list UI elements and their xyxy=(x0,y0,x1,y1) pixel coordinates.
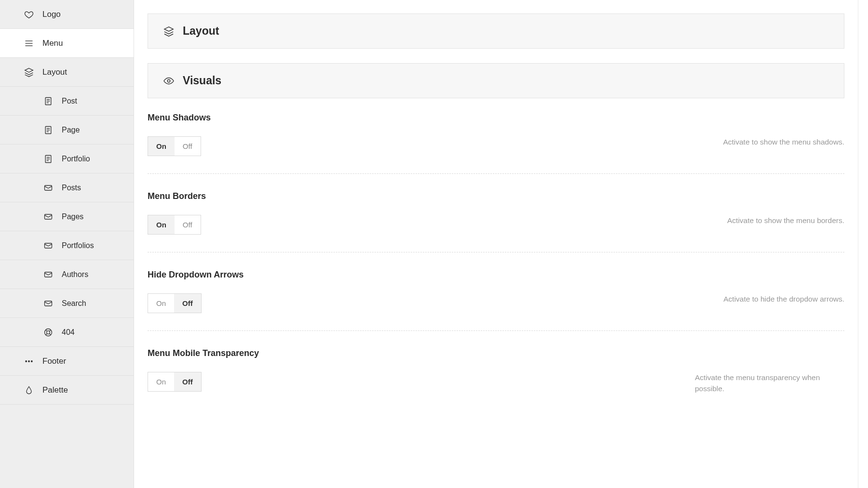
toggle-off-button[interactable]: Off xyxy=(175,137,201,156)
sidebar-item-authors[interactable]: Authors xyxy=(0,260,134,289)
sidebar-item-label: 404 xyxy=(62,328,75,337)
setting-title: Menu Borders xyxy=(148,191,844,201)
sidebar-item-label: Palette xyxy=(42,385,68,395)
setting-row: OnOffActivate to hide the dropdow arrows… xyxy=(148,293,844,313)
sidebar-item-posts[interactable]: Posts xyxy=(0,173,134,202)
sidebar-item-label: Page xyxy=(62,126,80,134)
sidebar-item-search[interactable]: Search xyxy=(0,289,134,318)
sidebar-item-portfolios[interactable]: Portfolios xyxy=(0,231,134,260)
sidebar-item-label: Search xyxy=(62,299,86,308)
doc-icon xyxy=(43,154,53,164)
eye-icon xyxy=(163,76,174,86)
setting-title: Menu Mobile Transparency xyxy=(148,348,844,358)
toggle-on-button[interactable]: On xyxy=(148,294,174,313)
setting-title: Hide Dropdown Arrows xyxy=(148,270,844,280)
section-visuals-title: Visuals xyxy=(183,74,221,87)
sidebar-item-page[interactable]: Page xyxy=(0,116,134,145)
mail-icon xyxy=(43,299,53,308)
setting-title: Menu Shadows xyxy=(148,113,844,123)
doc-icon xyxy=(43,125,53,135)
sidebar-item-menu[interactable]: Menu xyxy=(0,29,134,58)
mail-icon xyxy=(43,270,53,279)
setting-3: Menu Mobile TransparencyOnOffActivate th… xyxy=(148,348,844,412)
toggle-on-button[interactable]: On xyxy=(148,137,175,156)
sidebar-item-label: Post xyxy=(62,97,77,106)
sidebar-item-label: Menu xyxy=(42,39,63,48)
sidebar-item-label: Pages xyxy=(62,212,83,221)
setting-description: Activate to show the menu shadows. xyxy=(723,136,844,147)
sidebar-item-label: Logo xyxy=(42,10,61,19)
setting-row: OnOffActivate the menu transparency when… xyxy=(148,372,844,395)
mail-icon xyxy=(43,241,53,251)
toggle-on-button[interactable]: On xyxy=(148,372,174,391)
sidebar-item-layout[interactable]: Layout xyxy=(0,58,134,87)
layers-icon xyxy=(163,26,174,37)
sidebar-item-palette[interactable]: Palette xyxy=(0,376,134,405)
setting-0: Menu ShadowsOnOffActivate to show the me… xyxy=(148,113,844,174)
help-icon xyxy=(43,328,53,337)
mail-icon xyxy=(43,183,53,193)
sidebar-item-label: Portfolios xyxy=(62,241,94,250)
setting-row: OnOffActivate to show the menu shadows. xyxy=(148,136,844,156)
heart-icon xyxy=(24,10,34,19)
toggle: OnOff xyxy=(148,372,202,392)
setting-description: Activate the menu transparency when poss… xyxy=(695,372,844,395)
mail-icon xyxy=(43,212,53,222)
sidebar-item-pages[interactable]: Pages xyxy=(0,202,134,231)
toggle: OnOff xyxy=(148,136,201,156)
toggle-off-button[interactable]: Off xyxy=(174,294,201,313)
toggle: OnOff xyxy=(148,293,202,313)
sidebar: LogoMenuLayoutPostPagePortfolioPostsPage… xyxy=(0,0,134,488)
sidebar-item-label: Footer xyxy=(42,356,66,366)
menu-icon xyxy=(24,39,34,48)
setting-row: OnOffActivate to show the menu borders. xyxy=(148,215,844,235)
setting-2: Hide Dropdown ArrowsOnOffActivate to hid… xyxy=(148,270,844,331)
toggle: OnOff xyxy=(148,215,201,235)
section-visuals-header[interactable]: Visuals xyxy=(148,63,844,98)
toggle-off-button[interactable]: Off xyxy=(175,215,201,234)
dots-icon xyxy=(24,356,34,366)
main-content: Layout Visuals Menu ShadowsOnOffActivate… xyxy=(134,0,858,488)
section-layout-header[interactable]: Layout xyxy=(148,13,844,49)
sidebar-item-404[interactable]: 404 xyxy=(0,318,134,347)
sidebar-item-post[interactable]: Post xyxy=(0,87,134,116)
layers-icon xyxy=(24,67,34,77)
setting-1: Menu BordersOnOffActivate to show the me… xyxy=(148,191,844,252)
sidebar-item-label: Posts xyxy=(62,184,81,192)
sidebar-item-footer[interactable]: Footer xyxy=(0,347,134,376)
doc-icon xyxy=(43,96,53,106)
sidebar-item-portfolio[interactable]: Portfolio xyxy=(0,145,134,173)
settings-list: Menu ShadowsOnOffActivate to show the me… xyxy=(148,113,844,412)
sidebar-item-label: Portfolio xyxy=(62,155,90,163)
sidebar-item-label: Layout xyxy=(42,67,67,77)
toggle-on-button[interactable]: On xyxy=(148,215,175,234)
setting-description: Activate to hide the dropdow arrows. xyxy=(723,293,844,304)
setting-description: Activate to show the menu borders. xyxy=(727,215,844,226)
toggle-off-button[interactable]: Off xyxy=(174,372,201,391)
sidebar-item-logo[interactable]: Logo xyxy=(0,0,134,29)
sidebar-item-label: Authors xyxy=(62,270,88,279)
section-layout-title: Layout xyxy=(183,25,219,38)
drop-icon xyxy=(24,385,34,395)
